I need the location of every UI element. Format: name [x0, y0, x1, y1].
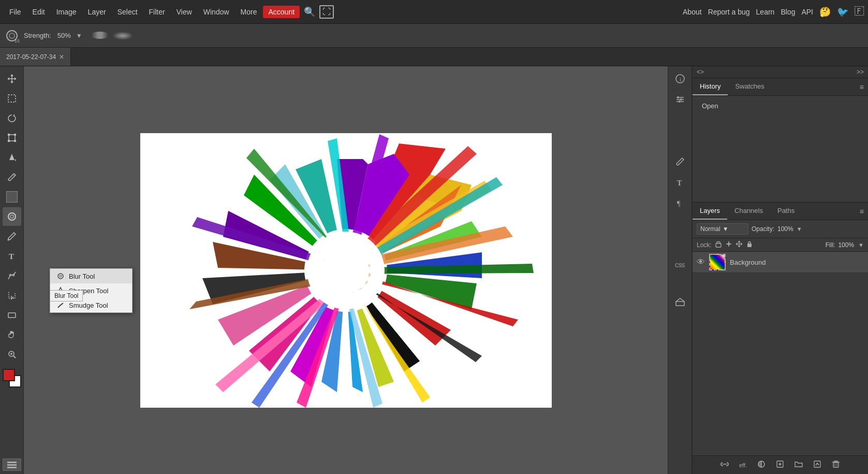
- opacity-dropdown-arrow[interactable]: ▼: [797, 226, 802, 232]
- facebook-icon[interactable]: 🇫: [855, 6, 864, 17]
- brush-soft[interactable]: [112, 32, 133, 40]
- tool-color-rect[interactable]: [3, 188, 21, 206]
- tool-lasso[interactable]: [3, 109, 21, 127]
- tool-brush[interactable]: [3, 168, 21, 186]
- info-button[interactable]: i: [671, 69, 689, 88]
- menu-bug[interactable]: Report a bug: [708, 8, 750, 16]
- tab-file[interactable]: 2017-05-22-07-34 ✕: [0, 48, 71, 66]
- fill-dropdown-arrow[interactable]: ▼: [858, 242, 864, 248]
- blend-mode-select[interactable]: Normal ▼: [697, 223, 748, 235]
- blend-dropdown-arrow: ▼: [723, 225, 729, 233]
- brush-presets: [91, 32, 133, 40]
- menu-about[interactable]: About: [683, 8, 702, 16]
- tab-swatches[interactable]: Swatches: [728, 78, 771, 95]
- delete-layer-btn[interactable]: [829, 459, 843, 471]
- tool-size-badge: 15: [14, 38, 20, 44]
- tool-move[interactable]: [3, 69, 21, 88]
- bottom-panel-bar: eff.: [693, 455, 868, 474]
- layer-icon-panel[interactable]: [671, 292, 689, 311]
- tool-shape[interactable]: [3, 306, 21, 324]
- brush-hard[interactable]: [91, 32, 109, 39]
- dropdown-blur-tool[interactable]: Blur Tool: [50, 269, 132, 283]
- history-item-open[interactable]: Open: [699, 100, 862, 112]
- collapse-right-btn[interactable]: >>: [857, 68, 864, 76]
- tool-fill[interactable]: [3, 148, 21, 167]
- layer-visibility-icon[interactable]: 👁: [697, 257, 705, 267]
- tool-pen[interactable]: [3, 227, 21, 246]
- text-panel-button[interactable]: T: [671, 173, 689, 192]
- fill-value[interactable]: 100%: [838, 241, 854, 249]
- tab-paths[interactable]: Paths: [770, 203, 802, 220]
- tool-hand[interactable]: [3, 325, 21, 344]
- lock-pixels-icon[interactable]: [715, 240, 722, 249]
- menu-blog[interactable]: Blog: [781, 8, 795, 16]
- tool-text[interactable]: T: [3, 247, 21, 265]
- smudge-tool-label: Smudge Tool: [69, 301, 108, 309]
- tool-marquee[interactable]: [3, 89, 21, 108]
- menu-learn[interactable]: Learn: [756, 8, 775, 16]
- reddit-icon[interactable]: 🤔: [819, 6, 831, 18]
- tool-transform[interactable]: [3, 128, 21, 147]
- foreground-color[interactable]: [3, 369, 15, 381]
- layer-row-background[interactable]: 👁 Background: [693, 252, 868, 273]
- tool-zoom[interactable]: [3, 345, 21, 364]
- opacity-value[interactable]: 100%: [777, 225, 793, 233]
- panel-collapse-row: <> >>: [693, 66, 868, 78]
- svg-point-12: [7, 239, 9, 241]
- strength-dropdown-arrow[interactable]: ▼: [76, 32, 82, 39]
- svg-rect-103: [676, 301, 684, 306]
- info-panel: i T ¶ CSS: [668, 66, 692, 474]
- link-layers-btn[interactable]: [717, 459, 732, 471]
- layers-icon-small[interactable]: [3, 458, 21, 471]
- menu-account[interactable]: Account: [263, 6, 300, 18]
- collapse-left-btn[interactable]: <>: [697, 68, 704, 76]
- tool-blur[interactable]: [3, 207, 21, 226]
- menu-image[interactable]: Image: [51, 6, 82, 18]
- svg-rect-106: [747, 243, 752, 247]
- history-menu-btn[interactable]: ≡: [856, 80, 868, 94]
- svg-line-9: [13, 175, 14, 176]
- menu-edit[interactable]: Edit: [27, 6, 50, 18]
- menu-layer[interactable]: Layer: [83, 6, 111, 18]
- lock-move-icon[interactable]: [735, 240, 743, 249]
- layer-name[interactable]: Background: [730, 258, 766, 266]
- twitter-icon[interactable]: 🐦: [837, 6, 848, 18]
- new-layer-btn[interactable]: [773, 459, 787, 471]
- lock-label: Lock:: [697, 241, 712, 249]
- svg-point-10: [8, 213, 16, 220]
- lock-all-icon[interactable]: [746, 240, 753, 249]
- svg-rect-112: [833, 463, 838, 467]
- menu-bar: File Edit Image Layer Select Filter View…: [0, 0, 868, 24]
- layers-tabs: Layers Channels Paths ≡: [693, 203, 868, 220]
- tool-pen2[interactable]: [3, 266, 21, 285]
- folder-btn[interactable]: [791, 459, 806, 471]
- svg-point-91: [60, 275, 62, 277]
- menu-view[interactable]: View: [171, 6, 197, 18]
- effects-btn[interactable]: eff.: [736, 461, 750, 469]
- menu-filter[interactable]: Filter: [144, 6, 170, 18]
- brush-panel-button[interactable]: [671, 152, 689, 171]
- lock-position-icon[interactable]: [725, 240, 732, 249]
- layers-menu-btn[interactable]: ≡: [856, 204, 868, 219]
- settings-button[interactable]: [671, 90, 689, 109]
- menu-more[interactable]: More: [236, 6, 262, 18]
- menu-window[interactable]: Window: [198, 6, 234, 18]
- fullscreen-button[interactable]: ⛶: [319, 5, 334, 19]
- menu-select[interactable]: Select: [112, 6, 143, 18]
- strength-label: Strength:: [24, 32, 51, 39]
- layer-list: 👁 Background: [693, 252, 868, 455]
- tab-layers[interactable]: Layers: [693, 203, 727, 220]
- canvas-area[interactable]: Blur Tool Sharpen Tool Smudge Tool Blur …: [24, 66, 668, 474]
- tab-history[interactable]: History: [693, 78, 728, 95]
- tab-channels[interactable]: Channels: [727, 203, 770, 220]
- tab-close[interactable]: ✕: [59, 53, 64, 61]
- tool-select-area[interactable]: [3, 286, 21, 305]
- mask-btn[interactable]: [754, 459, 769, 471]
- search-button[interactable]: 🔍: [301, 5, 318, 19]
- strength-value[interactable]: 50%: [57, 32, 71, 39]
- menu-api[interactable]: API: [801, 8, 813, 16]
- css-button[interactable]: CSS: [671, 256, 689, 275]
- paragraph-button[interactable]: ¶: [671, 194, 689, 212]
- menu-file[interactable]: File: [4, 6, 26, 18]
- move-up-btn[interactable]: [810, 459, 825, 471]
